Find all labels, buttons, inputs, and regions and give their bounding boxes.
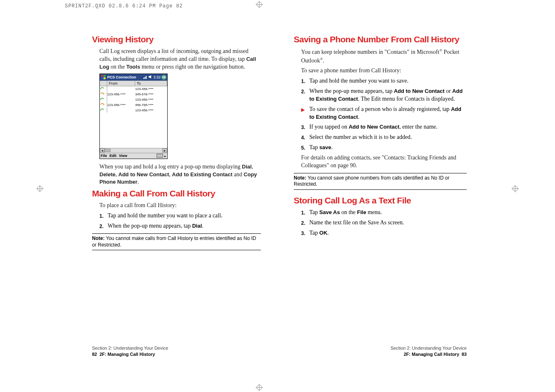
heading-making-call: Making a Call From Call History xyxy=(92,189,261,198)
scroll-track xyxy=(105,148,162,152)
col-icon xyxy=(100,81,107,86)
step-4: 4. Select the number as which it is to b… xyxy=(301,134,467,141)
ss-scrollbar: ◄ ► xyxy=(100,148,167,153)
registration-mark-right xyxy=(511,185,519,192)
note-label: Note: xyxy=(294,175,306,181)
col-to: To xyxy=(135,81,167,86)
bold-add-existing: Add to Existing Contact xyxy=(172,171,233,178)
note-box: Note: You cannot save phone numbers from… xyxy=(294,173,467,190)
footer-right: Section 2: Understanding Your Device 2F:… xyxy=(391,345,467,357)
keyboard-icon xyxy=(157,154,163,158)
ss-titlebar: PCS Connection 3:32 ok xyxy=(100,74,167,81)
text: and xyxy=(233,171,244,178)
text: . xyxy=(331,144,333,150)
registration-mark-bottom xyxy=(256,384,263,391)
step-5: 5. Tap save. xyxy=(301,144,467,152)
bullet-item: ▶ To save the contact of a person who is… xyxy=(301,106,467,121)
scroll-right-icon: ► xyxy=(162,148,167,152)
step-3: 3. If you tapped on Add to New Contact, … xyxy=(301,123,467,131)
footer-section: Section 2: Understanding Your Device xyxy=(92,345,168,351)
step-number: 2. xyxy=(99,222,108,230)
page-number: 83 xyxy=(462,352,467,357)
para-keep-numbers: You can keep telephone numbers in "Conta… xyxy=(301,48,467,65)
text: When the pop-up menu appears, tap xyxy=(309,88,394,94)
phone-in-icon xyxy=(100,97,105,101)
table-row: 123-456-**** 456-789-**** xyxy=(100,102,167,108)
para-details: For details on adding contacts, see "Con… xyxy=(301,154,467,170)
text: , xyxy=(169,171,172,178)
text: You can keep telephone numbers in "Conta… xyxy=(301,49,440,55)
step-3: 3. Tap OK. xyxy=(301,229,467,237)
phone-in-icon xyxy=(100,108,105,112)
note-box: Note: You cannot make calls from Call Hi… xyxy=(92,233,261,250)
text: . xyxy=(358,114,359,120)
text: . The Edit menu for Contacts is displaye… xyxy=(358,96,455,102)
text: , enter the name. xyxy=(399,124,438,130)
para-popup-menu: When you tap and hold a log entry a pop-… xyxy=(99,163,261,187)
heading-saving-number: Saving a Phone Number From Call History xyxy=(294,35,467,44)
svg-rect-17 xyxy=(145,77,145,79)
ss-menubar: File Edit View ▲ xyxy=(100,153,167,159)
step-text: Name the text file on the Save As screen… xyxy=(309,219,467,227)
bold-dial: Dial xyxy=(192,223,202,229)
table-row: 123-456-**** xyxy=(100,108,167,113)
up-arrow-icon: ▲ xyxy=(164,154,166,157)
step-2: 2. When the pop-up menu appears, tap Dia… xyxy=(99,222,261,230)
print-header-stamp: SPRINT2F.QXD 02.8.6 6:24 PM Page 82 xyxy=(65,3,183,9)
scroll-thumb xyxy=(105,149,111,152)
step-number: 2. xyxy=(301,88,309,103)
footer-subsection: 2F: Managing Call History xyxy=(404,352,459,357)
menu-view: View xyxy=(119,154,127,158)
registration-mark-left xyxy=(36,185,44,192)
step-2: 2. Name the text file on the Save As scr… xyxy=(301,219,467,227)
page-number: 82 xyxy=(92,352,97,357)
svg-marker-19 xyxy=(149,75,151,78)
svg-rect-15 xyxy=(104,77,106,79)
cell-to: 123-456-**** xyxy=(135,87,167,91)
text: Call Log screen displays a list of incom… xyxy=(99,48,249,62)
text: If you tapped on xyxy=(309,124,349,130)
bold-add-new: Add to New Contact xyxy=(118,171,169,178)
text: When you tap and hold a log entry a pop-… xyxy=(99,164,242,170)
step-number: 5. xyxy=(301,144,309,152)
note-text: You cannot save phone numbers from calls… xyxy=(294,175,449,187)
table-row: 123-456-**** xyxy=(100,86,167,92)
speaker-icon xyxy=(148,75,152,80)
text: When the pop-up menu appears, tap xyxy=(108,223,192,229)
text: . xyxy=(137,179,139,185)
menu-file: File xyxy=(101,154,107,158)
step-text: Tap Save As on the File menu. xyxy=(309,209,467,217)
device-screenshot: PCS Connection 3:32 ok From To xyxy=(99,74,168,159)
ss-rows: 123-456-**** 123-456-**** 345-678-**** 1… xyxy=(100,86,167,148)
cell-to: 123-456-**** xyxy=(135,108,167,112)
footer-subsection: 2F: Managing Call History xyxy=(99,352,155,357)
page-right: Saving a Phone Number From Call History … xyxy=(277,16,508,368)
text: , xyxy=(252,164,253,170)
registration-mark-top xyxy=(256,1,263,8)
text: Tap xyxy=(309,209,319,215)
heading-viewing-history: Viewing History xyxy=(92,35,261,44)
bold-ok: OK xyxy=(319,230,327,236)
phone-in-icon xyxy=(100,86,105,90)
step-1: 1. Tap Save As on the File menu. xyxy=(301,209,467,217)
text: menu or press right on the navigation bu… xyxy=(140,64,245,70)
phone-out-icon xyxy=(100,102,105,106)
bullet-text: To save the contact of a person who is a… xyxy=(309,106,467,121)
ss-column-headers: From To xyxy=(100,81,167,86)
step-text: Tap and hold the number you want to save… xyxy=(309,77,467,85)
note-label: Note: xyxy=(92,235,105,241)
text: . xyxy=(323,57,325,63)
menu-edit: Edit xyxy=(110,154,117,158)
phone-out-icon xyxy=(100,92,105,96)
footer-left: Section 2: Understanding Your Device 822… xyxy=(92,345,168,357)
text: . xyxy=(202,223,204,229)
text: or xyxy=(444,88,452,94)
col-from: From xyxy=(107,81,135,86)
windows-flag-icon xyxy=(101,74,106,80)
step-text: Tap and hold the number you want to plac… xyxy=(108,212,261,220)
svg-rect-16 xyxy=(143,78,144,79)
step-text: When the pop-up menu appears, tap Dial. xyxy=(108,222,261,230)
text: on the xyxy=(109,64,127,70)
footer-section: Section 2: Understanding Your Device xyxy=(391,345,467,351)
heading-storing-call-log: Storing Call Log As a Text File xyxy=(294,196,467,205)
